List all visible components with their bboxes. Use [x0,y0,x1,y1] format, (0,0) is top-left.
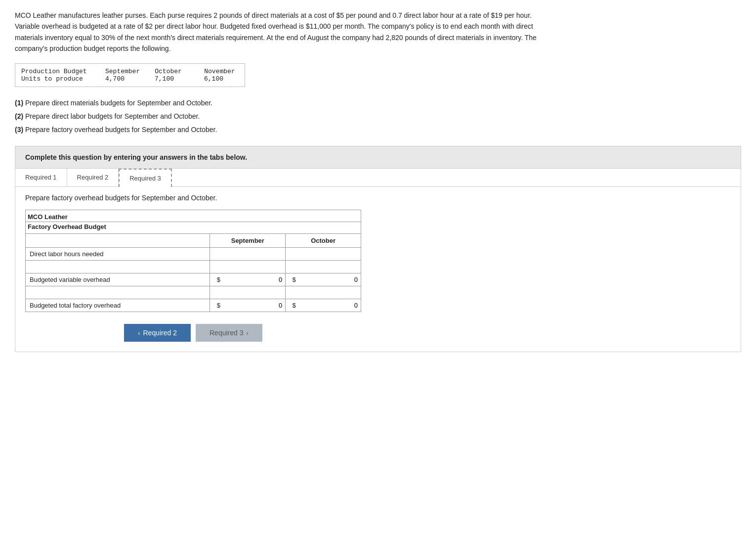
task-3: (3) Prepare factory overhead budgets for… [15,124,741,136]
budget-sep-input-0[interactable] [225,248,285,261]
budget-oct-dollar-3 [286,286,301,299]
budget-oct-dollar-2: $ [286,273,301,286]
tab-description: Prepare factory overhead budgets for Sep… [25,194,731,202]
production-budget-table: Production Budget September October Nove… [15,63,245,87]
budget-sep-dollar-1 [210,261,225,273]
budget-row-label-2: Budgeted variable overhead [26,273,210,286]
budget-oct-input-1[interactable] [300,261,361,273]
budget-sep-dollar-3 [210,286,225,299]
budget-oct-input-0[interactable] [300,248,361,261]
budget-sep-input-1[interactable] [225,261,285,273]
budget-row-label-0: Direct labor hours needed [26,248,210,261]
budget-sep-dollar-2: $ [210,273,225,286]
tab-required-3[interactable]: Required 3 [119,169,172,187]
budget-oct-dollar-4: $ [286,299,301,312]
input-sep-0[interactable] [225,248,285,260]
budget-sep-dollar-0 [210,248,225,261]
tab-required-1[interactable]: Required 1 [15,169,67,186]
budget-oct-input-2[interactable] [300,273,361,286]
input-oct-2[interactable] [300,273,361,286]
prev-button[interactable]: ‹ Required 2 [124,324,191,342]
budget-sep-input-2[interactable] [225,273,285,286]
table-header-blank [26,234,210,248]
prod-budget-header-label: Production Budget [21,68,90,75]
table-header-october: October [286,234,361,248]
input-oct-1[interactable] [300,261,361,273]
budget-table-wrapper: MCO Leather Factory Overhead Budget Sept… [25,210,361,342]
input-oct-3[interactable] [300,286,361,299]
tab-required-2[interactable]: Required 2 [67,169,119,186]
budget-sep-input-3[interactable] [225,286,285,299]
budget-oct-dollar-1 [286,261,301,273]
input-sep-3[interactable] [225,286,285,299]
tasks-list: (1) Prepare direct materials budgets for… [15,97,741,136]
input-oct-0[interactable] [300,248,361,260]
input-oct-4[interactable] [300,299,361,312]
tab-content-area: Prepare factory overhead budgets for Sep… [15,187,741,352]
factory-overhead-budget-table: MCO Leather Factory Overhead Budget Sept… [25,210,361,312]
next-button-label: Required 3 [210,329,244,337]
tabs-container: Required 1 Required 2 Required 3 Prepare… [15,169,741,352]
table-company-title: MCO Leather [26,210,361,222]
table-budget-subtitle: Factory Overhead Budget [26,222,361,234]
input-sep-4[interactable] [225,299,285,312]
prod-budget-row-label: Units to produce [21,75,90,83]
prod-budget-col1: September [105,68,140,75]
prod-budget-val2: 7,100 [155,75,189,83]
budget-oct-input-4[interactable] [300,299,361,312]
prod-budget-val3: 6,100 [204,75,239,83]
budget-oct-dollar-0 [286,248,301,261]
prod-budget-col3: November [204,68,239,75]
prev-arrow-icon: ‹ [138,329,140,337]
next-arrow-icon: › [247,329,249,337]
input-sep-2[interactable] [225,273,285,286]
tabs-row: Required 1 Required 2 Required 3 [15,169,741,187]
intro-text: MCO Leather manufactures leather purses.… [15,10,558,54]
budget-row-label-1 [26,261,210,273]
budget-row-label-3 [26,286,210,299]
prev-button-label: Required 2 [143,329,177,337]
question-box: Complete this question by entering your … [15,146,741,169]
task-2: (2) Prepare direct labor budgets for Sep… [15,110,741,123]
budget-sep-dollar-4: $ [210,299,225,312]
prod-budget-val1: 4,700 [105,75,140,83]
question-box-text: Complete this question by entering your … [25,153,731,161]
table-header-september: September [210,234,286,248]
budget-sep-input-4[interactable] [225,299,285,312]
budget-row-label-4: Budgeted total factory overhead [26,299,210,312]
prod-budget-col2: October [155,68,189,75]
task-1: (1) Prepare direct materials budgets for… [15,97,741,109]
budget-oct-input-3[interactable] [300,286,361,299]
nav-buttons: ‹ Required 2 Required 3 › [25,324,361,342]
input-sep-1[interactable] [225,261,285,273]
next-button[interactable]: Required 3 › [196,324,262,342]
